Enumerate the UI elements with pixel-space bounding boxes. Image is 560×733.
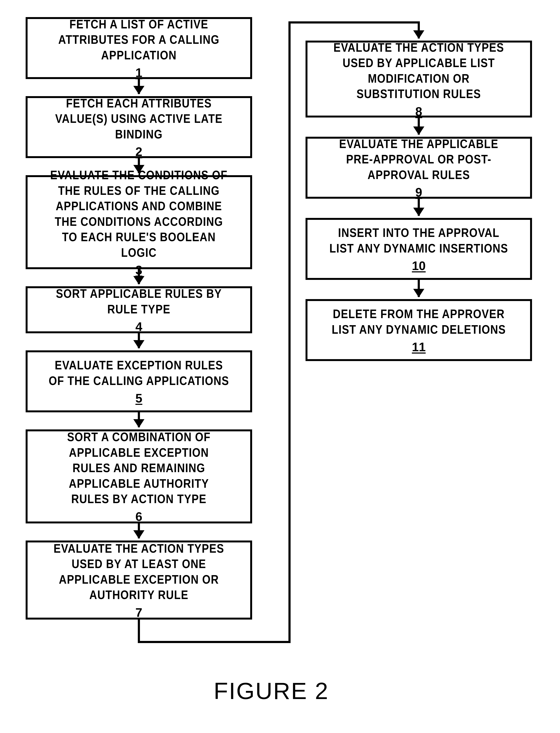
- step-6-number: 6: [135, 509, 142, 524]
- flowchart-canvas: FETCH A LIST OF ACTIVE ATTRIBUTES FOR A …: [0, 0, 560, 733]
- step-7-number: 7: [135, 605, 142, 620]
- step-8-text: EVALUATE THE ACTION TYPES USED BY APPLIC…: [329, 40, 509, 102]
- step-5-number: 5: [135, 391, 142, 405]
- step-10-text: INSERT INTO THE APPROVAL LIST ANY DYNAMI…: [329, 225, 509, 256]
- figure-label: FIGURE 2: [214, 677, 329, 704]
- step-9-text: EVALUATE THE APPLICABLE PRE-APPROVAL OR …: [329, 136, 509, 183]
- step-5-text: EVALUATE EXCEPTION RULES OF THE CALLING …: [49, 357, 229, 388]
- step-11-text: DELETE FROM THE APPROVER LIST ANY DYNAMI…: [329, 306, 509, 337]
- step-11-number: 11: [412, 340, 426, 354]
- step-2-number: 2: [135, 144, 142, 159]
- arrow-10-11: [418, 280, 420, 297]
- step-2-box: FETCH EACH ATTRIBUTES VALUE(S) USING ACT…: [26, 96, 252, 158]
- conn-7-up-final: [288, 21, 291, 643]
- step-1-text: FETCH A LIST OF ACTIVE ATTRIBUTES FOR A …: [49, 16, 229, 63]
- step-7-box: EVALUATE THE ACTION TYPES USED BY AT LEA…: [26, 541, 252, 620]
- step-4-text: SORT APPLICABLE RULES BY RULE TYPE: [49, 286, 229, 317]
- arrow-5-6: [138, 412, 140, 427]
- step-2-text: FETCH EACH ATTRIBUTES VALUE(S) USING ACT…: [49, 95, 229, 142]
- arrow-1-2: [138, 79, 140, 94]
- step-9-box: EVALUATE THE APPLICABLE PRE-APPROVAL OR …: [306, 137, 532, 199]
- step-8-number: 8: [415, 104, 422, 119]
- step-1-number: 1: [135, 65, 142, 80]
- step-9-number: 9: [415, 185, 422, 199]
- conn-7-across-final: [138, 641, 291, 643]
- conn-7-down-final: [138, 620, 140, 643]
- step-6-box: SORT A COMBINATION OF APPLICABLE EXCEPTI…: [26, 429, 252, 523]
- step-6-text: SORT A COMBINATION OF APPLICABLE EXCEPTI…: [49, 429, 229, 507]
- step-11-box: DELETE FROM THE APPROVER LIST ANY DYNAMI…: [306, 299, 532, 361]
- step-10-box: INSERT INTO THE APPROVAL LIST ANY DYNAMI…: [306, 218, 532, 280]
- arrow-3-4: [138, 269, 140, 284]
- step-7-text: EVALUATE THE ACTION TYPES USED BY AT LEA…: [49, 541, 229, 603]
- step-4-number: 4: [135, 319, 142, 334]
- arrow-into-8: [418, 21, 420, 38]
- step-8-box: EVALUATE THE ACTION TYPES USED BY APPLIC…: [306, 41, 532, 118]
- arrow-8-9: [418, 118, 420, 135]
- arrow-9-10: [418, 199, 420, 216]
- conn-7-top-final: [288, 21, 419, 24]
- arrow-4-5: [138, 333, 140, 348]
- step-4-box: SORT APPLICABLE RULES BY RULE TYPE 4: [26, 286, 252, 333]
- step-3-box: EVALUATE THE CONDITIONS OF THE RULES OF …: [26, 175, 252, 269]
- step-5-box: EVALUATE EXCEPTION RULES OF THE CALLING …: [26, 350, 252, 412]
- step-3-text: EVALUATE THE CONDITIONS OF THE RULES OF …: [49, 167, 229, 260]
- arrow-6-7: [138, 523, 140, 538]
- step-10-number: 10: [412, 259, 426, 273]
- step-1-box: FETCH A LIST OF ACTIVE ATTRIBUTES FOR A …: [26, 17, 252, 79]
